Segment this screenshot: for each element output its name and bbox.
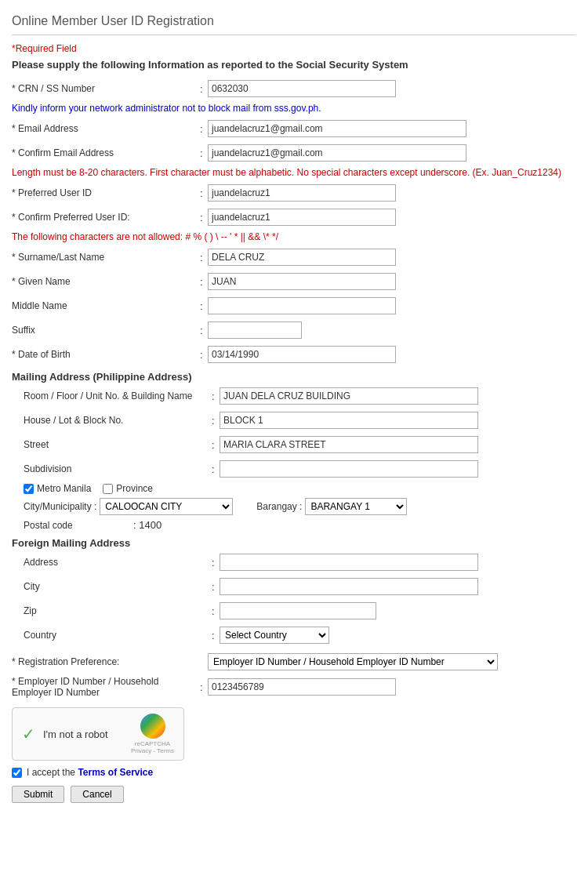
given-name-colon: : <box>200 276 208 288</box>
street-row: Street : <box>12 434 576 455</box>
barangay-label: Barangay : <box>256 501 302 512</box>
street-input[interactable] <box>220 436 478 453</box>
suffix-input[interactable] <box>208 321 302 339</box>
userid-input[interactable] <box>208 184 396 202</box>
middle-name-input[interactable] <box>208 297 396 314</box>
reg-pref-select[interactable]: Employer ID Number / Household Employer … <box>208 653 498 670</box>
dob-input[interactable] <box>208 346 396 363</box>
confirm-userid-row: * Confirm Preferred User ID: : <box>12 207 576 227</box>
country-select-wrapper: Select Country <box>220 627 576 644</box>
userid-row: * Preferred User ID : <box>12 183 576 203</box>
room-colon: : <box>212 391 220 402</box>
email-label: * Email Address <box>12 123 200 134</box>
surname-label: * Surname/Last Name <box>12 252 200 263</box>
house-colon: : <box>212 415 220 427</box>
foreign-address-input-wrapper <box>220 554 576 571</box>
subdivision-input-wrapper <box>220 460 576 478</box>
employer-input-wrapper <box>208 678 576 696</box>
confirm-email-input-wrapper <box>208 144 576 162</box>
suffix-row: Suffix : <box>12 320 576 340</box>
metro-manila-label: Metro Manila <box>37 483 91 494</box>
street-label: Street <box>24 439 212 450</box>
confirm-email-row: * Confirm Email Address : <box>12 143 576 163</box>
employer-colon: : <box>200 681 208 693</box>
email-input-wrapper <box>208 120 576 137</box>
postal-value: : 1400 <box>133 519 162 531</box>
metro-province-row: Metro Manila Province <box>12 483 576 494</box>
reg-pref-select-wrapper: Employer ID Number / Household Employer … <box>208 653 576 670</box>
captcha-widget[interactable]: ✓ I'm not a robot reCAPTCHA Privacy - Te… <box>12 707 184 761</box>
confirm-userid-colon: : <box>200 212 208 223</box>
submit-button[interactable]: Submit <box>12 786 64 803</box>
house-input[interactable] <box>220 412 478 429</box>
given-name-row: * Given Name : <box>12 271 576 292</box>
country-select[interactable]: Select Country <box>220 627 329 644</box>
crn-row: * CRN / SS Number : <box>12 78 576 99</box>
dob-row: * Date of Birth : <box>12 344 576 365</box>
country-colon: : <box>212 630 220 641</box>
reg-pref-row: * Registration Preference: Employer ID N… <box>12 652 576 672</box>
suffix-input-wrapper <box>208 321 576 339</box>
recaptcha-logo: reCAPTCHA Privacy - Terms <box>131 714 174 754</box>
city-label: City/Municipality : <box>24 501 96 512</box>
crn-input[interactable] <box>208 80 396 97</box>
barangay-select[interactable]: BARANGAY 1 <box>305 498 407 515</box>
confirm-email-input[interactable] <box>208 144 466 162</box>
metro-manila-checkbox[interactable] <box>24 484 34 494</box>
street-colon: : <box>212 439 220 451</box>
house-label: House / Lot & Block No. <box>24 415 212 426</box>
recaptcha-sub: Privacy - Terms <box>131 747 174 754</box>
zip-row: Zip : <box>12 601 576 621</box>
recaptcha-icon <box>140 714 165 739</box>
confirm-email-label: * Confirm Email Address <box>12 147 200 158</box>
crn-input-wrapper <box>208 80 576 97</box>
room-row: Room / Floor / Unit No. & Building Name … <box>12 386 576 406</box>
required-field-notice: *Required Field <box>12 43 576 54</box>
postal-label: Postal code <box>24 520 133 531</box>
confirm-userid-label: * Confirm Preferred User ID: <box>12 212 200 223</box>
city-select[interactable]: CALOOCAN CITY <box>100 498 233 515</box>
email-input[interactable] <box>208 120 466 137</box>
terms-link[interactable]: Terms of Service <box>78 767 153 778</box>
house-row: House / Lot & Block No. : <box>12 410 576 430</box>
zip-input[interactable] <box>220 602 376 619</box>
zip-label: Zip <box>24 605 212 616</box>
foreign-address-input[interactable] <box>220 554 478 571</box>
province-checkbox[interactable] <box>103 484 113 494</box>
subdivision-label: Subdivision <box>24 463 212 474</box>
surname-input[interactable] <box>208 249 396 266</box>
foreign-city-input-wrapper <box>220 578 576 595</box>
dob-input-wrapper <box>208 346 576 363</box>
employer-input[interactable] <box>208 678 396 696</box>
dob-label: * Date of Birth <box>12 349 200 360</box>
mailing-section-label: Mailing Address (Philippine Address) <box>12 371 576 383</box>
zip-input-wrapper <box>220 602 576 619</box>
room-input[interactable] <box>220 387 478 405</box>
crn-colon: : <box>200 83 208 95</box>
room-input-wrapper <box>220 387 576 405</box>
captcha-checkmark-icon: ✓ <box>22 725 35 743</box>
recaptcha-brand: reCAPTCHA <box>135 740 170 747</box>
middle-name-input-wrapper <box>208 297 576 314</box>
postal-row: Postal code : 1400 <box>12 519 576 531</box>
terms-checkbox[interactable] <box>12 768 22 778</box>
page-title: Online Member User ID Registration <box>12 8 576 35</box>
dob-colon: : <box>200 349 208 361</box>
surname-row: * Surname/Last Name : <box>12 247 576 267</box>
province-label: Province <box>116 483 153 494</box>
given-name-input[interactable] <box>208 273 396 290</box>
info-message: Kindly inform your network administrator… <box>12 103 576 114</box>
crn-label: * CRN / SS Number <box>12 83 200 94</box>
confirm-userid-input[interactable] <box>208 209 396 226</box>
terms-row: I accept the Terms of Service <box>12 767 576 778</box>
foreign-section-label: Foreign Mailing Address <box>12 537 576 549</box>
country-row: Country : Select Country <box>12 625 576 645</box>
captcha-label: I'm not a robot <box>43 728 123 740</box>
subdivision-input[interactable] <box>220 460 478 478</box>
street-input-wrapper <box>220 436 576 453</box>
suffix-colon: : <box>200 325 208 336</box>
cancel-button[interactable]: Cancel <box>71 786 123 803</box>
confirm-userid-input-wrapper <box>208 209 576 226</box>
foreign-city-input[interactable] <box>220 578 478 595</box>
given-name-label: * Given Name <box>12 276 200 287</box>
